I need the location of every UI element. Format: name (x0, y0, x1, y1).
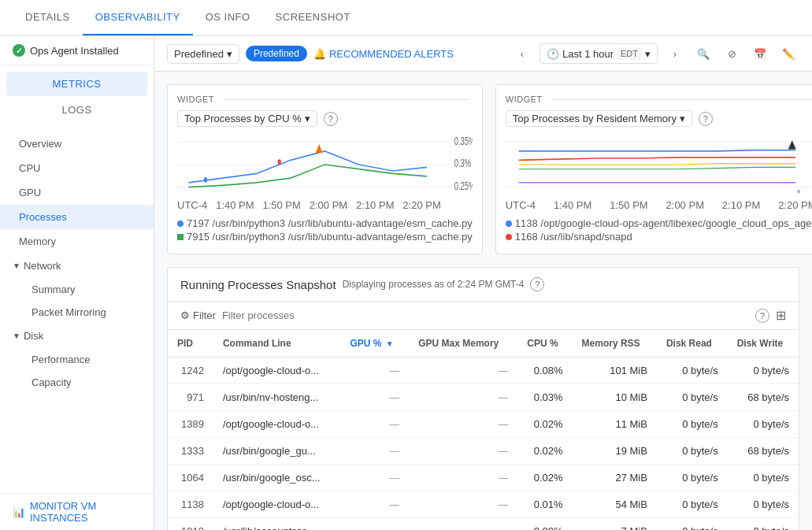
cell-gpu-mem: — (409, 411, 517, 438)
table-row[interactable]: 1242 /opt/google-cloud-o... — — 0.08% 10… (168, 358, 799, 384)
cell-gpu-pct: — (341, 491, 410, 518)
col-disk-read[interactable]: Disk Read (657, 330, 728, 358)
legend-label-2: 7915 /usr/bin/python3 /usr/lib/ubuntu-ad… (187, 231, 473, 243)
monitor-link-label: MONITOR VM INSTANCES (30, 500, 141, 524)
processes-table: PID Command Line GPU % ▼ GPU Max Memory … (168, 330, 799, 530)
cell-mem-rss: 27 MiB (573, 465, 657, 491)
table-row[interactable]: 971 /usr/bin/nv-hosteng... — — 0.03% 10 … (168, 384, 799, 411)
cell-disk-read: 0 byte/s (657, 465, 728, 491)
filter-input[interactable] (222, 309, 749, 321)
processes-subtitle: Displaying processes as of 2:24 PM GMT-4 (343, 279, 525, 290)
widget-cpu-title: Top Processes by CPU % (184, 113, 302, 124)
widget-memory-label: Widget (506, 95, 543, 104)
logs-button[interactable]: LOGS (6, 98, 147, 122)
col-pid[interactable]: PID (168, 330, 213, 358)
edit-button[interactable]: ✏️ (777, 43, 799, 65)
tab-observability[interactable]: OBSERVABILITY (83, 0, 193, 35)
tab-screenshot[interactable]: SCREENSHOT (263, 0, 363, 35)
no-data-icon[interactable]: ⊘ (721, 43, 743, 65)
clock-icon: 🕐 (547, 48, 559, 60)
recommended-alerts-label: RECOMMENDED ALERTS (329, 48, 454, 60)
widget-memory-legend: 1138 /opt/google-cloud-ops-agent/libexec… (506, 217, 812, 243)
predefined-label: Predefined (174, 48, 224, 60)
filter-help[interactable]: ? (755, 309, 769, 323)
cell-disk-read: 0 byte/s (657, 491, 728, 518)
prev-time-button[interactable]: ‹ (511, 43, 533, 65)
filter-bar: ⚙ Filter ? ⊞ (168, 302, 799, 330)
cell-mem-rss: 19 MiB (573, 438, 657, 465)
svg-point-12 (797, 190, 799, 194)
cell-cmd: /usr/bin/nv-hosteng... (213, 384, 341, 411)
processes-help[interactable]: ? (530, 277, 544, 291)
col-mem-rss[interactable]: Memory RSS (573, 330, 657, 358)
sidebar-item-gpu[interactable]: GPU (0, 180, 154, 205)
top-tabs: DETAILS OBSERVABILITY OS INFO SCREENSHOT (0, 0, 812, 36)
monitor-vm-link[interactable]: 📊 MONITOR VM INSTANCES (0, 493, 154, 530)
legend-mem-label-1: 1138 /opt/google-cloud-ops-agent/libexec… (515, 217, 812, 229)
cell-mem-rss: 7 MiB (573, 518, 657, 531)
agent-status-label: Ops Agent Installed (30, 45, 119, 57)
predefined-dropdown[interactable]: Predefined ▾ (167, 44, 239, 64)
widget-cpu-dropdown-icon: ▾ (305, 113, 310, 124)
col-disk-write[interactable]: Disk Write (728, 330, 799, 358)
sidebar-item-cpu[interactable]: CPU (0, 156, 154, 180)
sidebar-buttons: METRICS LOGS (0, 65, 154, 128)
sidebar-item-network[interactable]: ▼ Network (0, 254, 154, 278)
sidebar-item-disk[interactable]: ▼ Disk (0, 324, 154, 348)
cell-pid: 1138 (168, 491, 213, 518)
table-row[interactable]: 1333 /usr/bin/google_gu... — — 0.02% 19 … (168, 438, 799, 465)
widget-cpu-x-labels: UTC-41:40 PM1:50 PM2:00 PM2:10 PM2:20 PM (177, 199, 473, 211)
col-cpu-pct[interactable]: CPU % (517, 330, 572, 358)
next-time-button[interactable]: › (664, 43, 686, 65)
network-chevron-icon: ▼ (13, 261, 20, 270)
widget-memory-title-dropdown[interactable]: Top Processes by Resident Memory ▾ (506, 110, 692, 127)
cell-gpu-pct: — (341, 518, 410, 531)
sidebar-item-performance[interactable]: Performance (0, 348, 154, 371)
col-gpu-pct[interactable]: GPU % ▼ (341, 330, 410, 358)
predefined-chip[interactable]: Predefined (246, 46, 307, 61)
time-selector[interactable]: 🕐 Last 1 hour EDT ▾ (539, 43, 658, 64)
columns-icon[interactable]: ⊞ (776, 308, 786, 323)
disk-chevron-icon: ▼ (13, 332, 20, 340)
table-row[interactable]: 1138 /opt/google-cloud-o... — — 0.01% 54… (168, 491, 799, 518)
table-row[interactable]: 1389 /opt/google-cloud-o... — — 0.02% 11… (168, 411, 799, 438)
cell-cpu-pct: 0.00% (517, 518, 572, 531)
cell-disk-read: 0 byte/s (657, 384, 728, 411)
sidebar-item-summary[interactable]: Summary (0, 278, 154, 301)
predefined-chevron-icon: ▾ (227, 48, 232, 60)
sidebar-item-overview[interactable]: Overview (0, 132, 154, 156)
filter-funnel-icon: ⚙ (180, 309, 190, 321)
search-button[interactable]: 🔍 (692, 43, 714, 65)
table-row[interactable]: 1010 /usr/lib/accountsse... — — 0.00% 7 … (168, 518, 799, 531)
cell-gpu-pct: — (341, 358, 410, 384)
legend-mem-label-2: 1168 /usr/lib/snapd/snapd (515, 231, 632, 243)
sidebar-nav: Overview CPU GPU Processes Memory ▼ Netw… (0, 128, 154, 490)
cell-pid: 1242 (168, 358, 213, 384)
agent-status: Ops Agent Installed (0, 36, 154, 65)
widget-memory: Widget Top Processes by Resident Memory … (495, 84, 812, 254)
col-cmd[interactable]: Command Line (213, 330, 341, 358)
sidebar-item-memory[interactable]: Memory (0, 229, 154, 254)
cell-gpu-pct: — (341, 411, 410, 438)
table-row[interactable]: 1064 /usr/bin/google_osc... — — 0.02% 27… (168, 465, 799, 491)
sidebar-item-packet-mirroring[interactable]: Packet Mirroring (0, 301, 154, 324)
processes-section: Running Processes Snapshot Displaying pr… (167, 267, 799, 530)
widget-cpu-title-dropdown[interactable]: Top Processes by CPU % ▾ (177, 110, 317, 127)
cell-cmd: /usr/bin/google_osc... (213, 465, 341, 491)
col-gpu-mem[interactable]: GPU Max Memory (409, 330, 517, 358)
widget-memory-dropdown-icon: ▾ (680, 113, 685, 124)
sidebar-item-capacity[interactable]: Capacity (0, 371, 154, 394)
tab-details[interactable]: DETAILS (13, 0, 83, 35)
cell-pid: 1389 (168, 411, 213, 438)
widget-cpu-help[interactable]: ? (324, 112, 338, 126)
widget-memory-help[interactable]: ? (699, 112, 713, 126)
svg-point-5 (278, 159, 281, 165)
tab-os-info[interactable]: OS INFO (193, 0, 263, 35)
metrics-button[interactable]: METRICS (6, 72, 147, 96)
calendar-button[interactable]: 📅 (749, 43, 771, 65)
recommended-alerts-button[interactable]: 🔔 RECOMMENDED ALERTS (313, 48, 454, 60)
legend-mem-dot-1 (506, 221, 512, 227)
cell-cpu-pct: 0.02% (517, 438, 572, 465)
sidebar-item-processes[interactable]: Processes (0, 205, 154, 229)
widget-memory-chart: 500MiB (506, 133, 812, 196)
